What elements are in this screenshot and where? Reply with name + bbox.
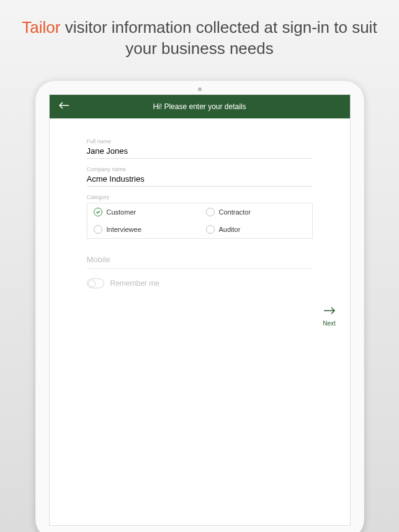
category-interviewee-label: Interviewee: [107, 226, 141, 233]
company-name-field[interactable]: Acme Industries: [87, 174, 313, 187]
tablet-camera-dot: [198, 87, 202, 91]
remember-me-row: Remember me: [87, 268, 313, 288]
tablet-frame: Hi! Please enter your details Full name …: [35, 81, 364, 532]
marketing-rest: visitor information collected at sign-in…: [61, 18, 377, 58]
header-title: Hi! Please enter your details: [50, 102, 350, 111]
radio-empty-icon: [206, 208, 215, 216]
category-customer-label: Customer: [107, 208, 137, 216]
full-name-field[interactable]: Jane Jones: [87, 146, 313, 159]
toggle-knob-icon: [88, 280, 96, 287]
category-customer[interactable]: Customer: [87, 203, 200, 221]
remember-me-label: Remember me: [110, 279, 159, 288]
category-interviewee[interactable]: Interviewee: [87, 221, 200, 238]
back-arrow-icon[interactable]: [58, 101, 69, 112]
radio-empty-icon: [94, 225, 102, 234]
category-group: Customer Contractor Interviewee Auditor: [87, 203, 313, 239]
category-label: Category: [87, 194, 313, 200]
app-header: Hi! Please enter your details: [50, 95, 350, 118]
form-area: Full name Jane Jones Company name Acme I…: [50, 118, 350, 295]
radio-empty-icon: [206, 225, 215, 234]
category-contractor-label: Contractor: [219, 208, 251, 216]
marketing-headline: Tailor visitor information collected at …: [0, 0, 399, 74]
radio-selected-icon: [94, 208, 102, 216]
next-button[interactable]: Next: [323, 306, 336, 327]
mobile-field[interactable]: Mobile: [87, 244, 313, 268]
category-auditor[interactable]: Auditor: [200, 221, 312, 238]
next-label: Next: [323, 320, 336, 327]
company-name-label: Company name: [87, 166, 313, 172]
tablet-screen: Hi! Please enter your details Full name …: [49, 94, 351, 526]
remember-me-toggle[interactable]: [87, 278, 104, 288]
arrow-right-icon: [323, 306, 336, 316]
category-auditor-label: Auditor: [219, 226, 241, 233]
full-name-label: Full name: [87, 138, 313, 144]
category-contractor[interactable]: Contractor: [200, 203, 312, 221]
marketing-accent: Tailor: [22, 18, 60, 37]
